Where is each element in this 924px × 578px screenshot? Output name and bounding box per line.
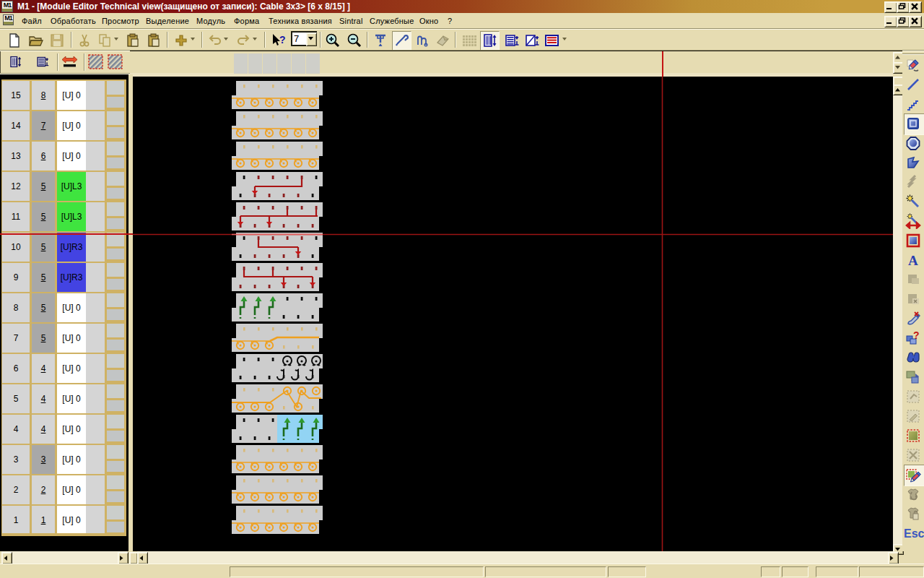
svg-text:?: ?	[913, 330, 920, 341]
svg-text:?: ?	[279, 34, 286, 46]
svg-text:A: A	[908, 253, 918, 268]
